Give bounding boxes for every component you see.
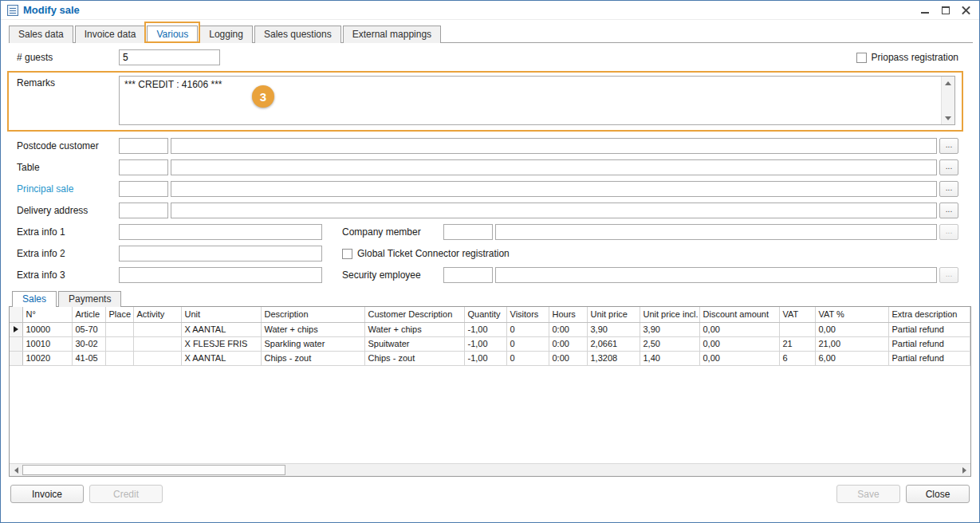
grid-cell[interactable]: 21,00 xyxy=(815,336,888,351)
grid-cell[interactable]: -1,00 xyxy=(464,351,506,365)
grid-cell[interactable]: 6 xyxy=(779,351,815,365)
grid-cell[interactable]: Sparkling water xyxy=(261,336,364,351)
column-header[interactable]: Activity xyxy=(133,307,181,322)
grid-cell[interactable]: 10010 xyxy=(22,336,72,351)
grid-cell[interactable]: 6,00 xyxy=(815,351,888,365)
delivery-address-code-input[interactable] xyxy=(119,203,168,218)
tab-sales-data[interactable]: Sales data xyxy=(9,26,73,43)
scroll-right-icon[interactable] xyxy=(958,464,970,476)
grid-cell[interactable]: Chips - zout xyxy=(261,351,364,365)
grid-cell[interactable]: 0 xyxy=(506,322,549,336)
column-header[interactable]: Unit price xyxy=(587,307,640,322)
invoice-button[interactable]: Invoice xyxy=(10,485,84,503)
principal-sale-description-input[interactable] xyxy=(171,181,937,197)
postcode-customer-code-input[interactable] xyxy=(119,138,168,154)
grid-cell[interactable]: 0,00 xyxy=(699,336,779,351)
extra-info-1-input[interactable] xyxy=(119,224,322,240)
grid-cell[interactable]: Water + chips xyxy=(364,322,464,336)
security-employee-lookup-button[interactable]: ... xyxy=(939,267,958,283)
row-selector-cell[interactable] xyxy=(10,336,22,351)
grid-cell[interactable]: X FLESJE FRIS xyxy=(181,336,261,351)
table-lookup-button[interactable]: ... xyxy=(939,159,958,175)
principal-sale-lookup-button[interactable]: ... xyxy=(939,181,958,197)
grid-cell[interactable]: 3,90 xyxy=(587,322,640,336)
grid-cell[interactable]: 0:00 xyxy=(549,322,587,336)
postcode-customer-description-input[interactable] xyxy=(171,138,937,154)
principal-sale-code-input[interactable] xyxy=(119,181,168,197)
grid-horizontal-scrollbar[interactable] xyxy=(10,463,970,476)
company-member-description-input[interactable] xyxy=(495,224,937,240)
credit-button[interactable]: Credit xyxy=(89,485,163,503)
grid-cell[interactable] xyxy=(133,351,181,365)
tab-payments[interactable]: Payments xyxy=(58,291,121,307)
column-header[interactable]: VAT xyxy=(779,307,815,322)
grid-cell[interactable]: Water + chips xyxy=(261,322,364,336)
column-header[interactable]: Discount amount xyxy=(699,307,779,322)
column-header[interactable]: VAT % xyxy=(815,307,888,322)
guests-input[interactable] xyxy=(119,49,220,65)
table-row[interactable]: 1000005-70X AANTALWater + chipsWater + c… xyxy=(10,322,970,336)
grid-cell[interactable]: X AANTAL xyxy=(181,322,261,336)
column-header[interactable]: Place xyxy=(105,307,133,322)
company-member-code-input[interactable] xyxy=(443,224,493,240)
column-header[interactable]: Unit price incl. xyxy=(640,307,699,322)
table-row[interactable]: 1002041-05X AANTALChips - zoutChips - zo… xyxy=(10,351,970,365)
grid-cell[interactable] xyxy=(779,322,815,336)
grid-cell[interactable]: 0,00 xyxy=(815,322,888,336)
column-header[interactable]: N° xyxy=(22,307,72,322)
grid-cell[interactable]: Partial refund xyxy=(888,351,970,365)
table-description-input[interactable] xyxy=(171,159,937,175)
grid-cell[interactable]: -1,00 xyxy=(464,336,506,351)
grid-cell[interactable]: 30-02 xyxy=(72,336,105,351)
extra-info-2-input[interactable] xyxy=(119,246,322,262)
grid-cell[interactable]: 3,90 xyxy=(640,322,699,336)
grid-cell[interactable]: 0 xyxy=(506,336,549,351)
scrollbar-thumb[interactable] xyxy=(22,465,285,475)
grid-cell[interactable]: 10020 xyxy=(22,351,72,365)
gtc-checkbox[interactable] xyxy=(342,249,352,259)
column-header[interactable]: Extra description xyxy=(888,307,970,322)
grid-cell[interactable] xyxy=(105,351,133,365)
table-code-input[interactable] xyxy=(119,159,168,175)
minimize-icon[interactable] xyxy=(920,6,930,15)
remarks-scrollbar[interactable] xyxy=(941,77,954,124)
grid-cell[interactable] xyxy=(133,336,181,351)
grid-cell[interactable]: Spuitwater xyxy=(364,336,464,351)
grid-cell[interactable]: 2,50 xyxy=(640,336,699,351)
grid-cell[interactable]: 1,3208 xyxy=(587,351,640,365)
grid-cell[interactable]: 05-70 xyxy=(72,322,105,336)
grid-cell[interactable]: 0:00 xyxy=(549,351,587,365)
scroll-up-icon[interactable] xyxy=(942,77,954,89)
row-selector-cell[interactable] xyxy=(10,351,22,365)
maximize-icon[interactable] xyxy=(941,6,950,15)
company-member-lookup-button[interactable]: ... xyxy=(939,224,958,240)
grid-cell[interactable]: -1,00 xyxy=(464,322,506,336)
grid-cell[interactable]: 21 xyxy=(779,336,815,351)
grid-cell[interactable]: 2,0661 xyxy=(587,336,640,351)
grid-cell[interactable] xyxy=(105,336,133,351)
security-employee-code-input[interactable] xyxy=(443,267,493,283)
priopass-checkbox[interactable] xyxy=(856,53,867,63)
postcode-customer-lookup-button[interactable]: ... xyxy=(939,138,958,154)
tab-various[interactable]: Various xyxy=(147,26,198,43)
table-row[interactable]: 1001030-02X FLESJE FRISSparkling waterSp… xyxy=(10,336,970,351)
grid-cell[interactable] xyxy=(105,322,133,336)
delivery-address-lookup-button[interactable]: ... xyxy=(939,203,958,218)
extra-info-3-input[interactable] xyxy=(119,267,322,283)
security-employee-description-input[interactable] xyxy=(495,267,937,283)
column-header[interactable]: Hours xyxy=(549,307,587,322)
grid-cell[interactable]: 10000 xyxy=(22,322,72,336)
grid-cell[interactable]: X AANTAL xyxy=(181,351,261,365)
grid-cell[interactable]: Partial refund xyxy=(888,336,970,351)
tab-invoice-data[interactable]: Invoice data xyxy=(75,26,146,43)
scroll-down-icon[interactable] xyxy=(942,112,954,124)
column-header[interactable]: Article xyxy=(72,307,105,322)
grid-cell[interactable]: 0,00 xyxy=(699,351,779,365)
grid-cell[interactable]: 0,00 xyxy=(699,322,779,336)
column-header[interactable]: Description xyxy=(261,307,364,322)
grid-cell[interactable]: 41-05 xyxy=(72,351,105,365)
grid-cell[interactable]: Partial refund xyxy=(888,322,970,336)
grid-cell[interactable]: 1,40 xyxy=(640,351,699,365)
tab-logging[interactable]: Logging xyxy=(199,26,253,43)
column-header[interactable]: Customer Description xyxy=(364,307,464,322)
